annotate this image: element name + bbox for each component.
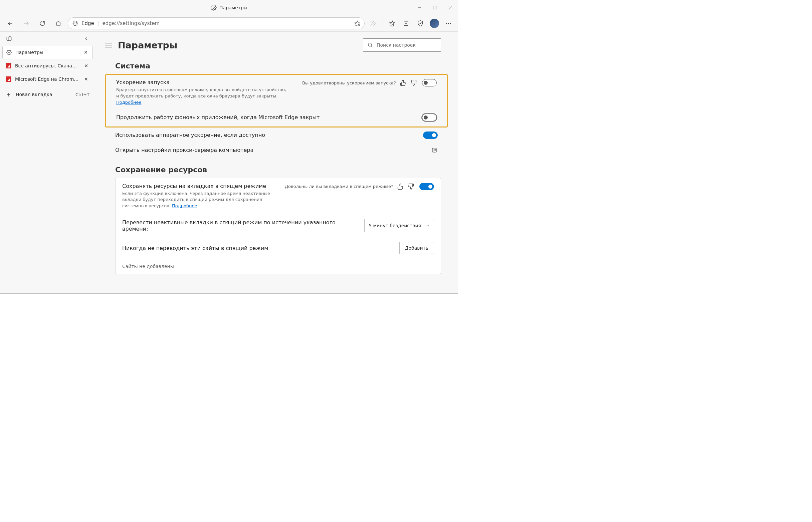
setting-title: Открыть настройки прокси-сервера компьют… — [115, 147, 427, 153]
titlebar: Параметры — [0, 0, 458, 15]
vertical-tabs-pane: Параметры ✕ ◢ Все антивирусы. Скачать бе… — [0, 32, 95, 294]
hamburger-icon[interactable] — [105, 43, 112, 47]
edge-icon — [72, 20, 78, 26]
svg-line-24 — [371, 46, 372, 47]
section-title-resources: Сохранение ресурсов — [115, 165, 458, 174]
empty-sites-text: Сайты не добавлены — [116, 259, 441, 274]
setting-title: Ускорение запуска — [116, 79, 297, 85]
home-button[interactable] — [52, 17, 65, 30]
new-tab-label: Новая вкладка — [16, 92, 72, 97]
tab-item[interactable]: ◢ Все антивирусы. Скачать беспл… ✕ — [2, 59, 93, 73]
toggle-background-apps[interactable] — [422, 114, 437, 121]
add-site-button[interactable]: Добавить — [399, 242, 434, 254]
toolbar-actions — [367, 17, 454, 29]
url-profile: Edge — [81, 20, 94, 26]
thumbs-down-icon[interactable] — [407, 183, 415, 190]
setting-row-sleep-after: Перевести неактивные вкладки в спящий ре… — [116, 214, 441, 237]
tab-item[interactable]: Параметры ✕ — [2, 46, 93, 59]
tab-label: Параметры — [15, 50, 79, 55]
feedback-group: Вы удовлетворены ускорением запуска? — [302, 79, 417, 86]
content-header: Параметры — [105, 38, 458, 52]
browser-toolbar: Edge | edge://settings/system — [0, 15, 458, 32]
tab-close-icon[interactable]: ✕ — [83, 63, 90, 68]
thumbs-up-icon[interactable] — [399, 79, 407, 86]
feedback-text: Довольны ли вы вкладками в спящем режиме… — [285, 184, 393, 189]
titlebar-title: Параметры — [211, 5, 247, 11]
tab-label: Microsoft Edge на Chromium – Н… — [15, 76, 79, 82]
setting-title: Никогда не переводить эти сайты в спящий… — [122, 245, 395, 251]
setting-row-startup-boost: Ускорение запуска Браузер запустится в ф… — [106, 75, 447, 110]
app-window: Параметры Edge | edge://settings/system — [0, 0, 458, 294]
close-button[interactable] — [442, 0, 458, 15]
address-bar[interactable]: Edge | edge://settings/system — [68, 17, 364, 29]
favicon: ◢ — [6, 63, 12, 69]
search-input[interactable] — [377, 42, 437, 48]
setting-title: Использовать аппаратное ускорение, если … — [115, 132, 418, 138]
select-value: 5 минут бездействия — [369, 223, 421, 228]
menu-button[interactable] — [442, 17, 454, 29]
url-text: edge://settings/system — [102, 20, 351, 26]
thumbs-up-icon[interactable] — [397, 183, 404, 190]
svg-rect-20 — [7, 37, 11, 41]
setting-title: Перевести неактивные вкладки в спящий ре… — [122, 219, 360, 232]
zoom-icon[interactable] — [367, 17, 379, 29]
collapse-tabs-icon[interactable] — [81, 34, 91, 43]
svg-point-23 — [368, 43, 372, 46]
setting-desc: Если эта функция включена, через заданно… — [122, 190, 280, 209]
back-button[interactable] — [4, 17, 17, 30]
svg-point-22 — [8, 52, 10, 53]
setting-row-never-sleep: Никогда не переводить эти сайты в спящий… — [116, 237, 441, 259]
chevron-down-icon — [426, 224, 430, 228]
highlighted-region: Ускорение запуска Браузер запустится в ф… — [105, 74, 448, 127]
tabs-layout-icon[interactable] — [4, 34, 14, 43]
refresh-button[interactable] — [36, 17, 49, 30]
settings-content: Параметры Система Ускорение запуска Брау… — [95, 32, 458, 294]
setting-title: Сохранять ресурсы на вкладках в спящем р… — [122, 183, 280, 189]
feedback-group: Довольны ли вы вкладками в спящем режиме… — [285, 183, 415, 190]
gear-icon — [211, 5, 217, 11]
setting-row-proxy[interactable]: Открыть настройки прокси-сервера компьют… — [105, 143, 458, 158]
learn-more-link[interactable]: Подробнее — [116, 100, 141, 105]
favorites-icon[interactable] — [386, 17, 398, 29]
collections-icon[interactable] — [400, 17, 412, 29]
profile-avatar[interactable] — [428, 17, 440, 29]
window-controls — [412, 0, 458, 15]
page-title: Параметры — [118, 40, 177, 51]
svg-rect-2 — [433, 6, 436, 9]
setting-title: Продолжить работу фоновых приложений, ко… — [116, 114, 417, 120]
learn-more-link[interactable]: Подробнее — [172, 203, 197, 208]
toggle-startup-boost[interactable] — [422, 79, 437, 86]
body: Параметры ✕ ◢ Все антивирусы. Скачать бе… — [0, 32, 458, 294]
new-tab-button[interactable]: + Новая вкладка Ctrl+T — [2, 88, 93, 101]
setting-row-background-apps: Продолжить работу фоновых приложений, ко… — [106, 110, 447, 125]
setting-desc: Браузер запустится в фоновом режиме, ког… — [116, 87, 286, 106]
sleep-timeout-select[interactable]: 5 минут бездействия — [364, 219, 434, 232]
new-tab-shortcut: Ctrl+T — [76, 92, 90, 97]
minimize-button[interactable] — [412, 0, 427, 15]
tab-label: Все антивирусы. Скачать беспл… — [15, 63, 79, 68]
gear-icon — [6, 49, 12, 55]
svg-point-19 — [450, 23, 451, 24]
section-title-system: Система — [115, 62, 458, 70]
favorite-star-icon[interactable] — [354, 20, 360, 26]
maximize-button[interactable] — [427, 0, 442, 15]
feedback-text: Вы удовлетворены ускорением запуска? — [302, 80, 396, 85]
shield-icon[interactable] — [414, 17, 427, 29]
plus-icon: + — [6, 92, 12, 98]
toggle-sleeping-tabs[interactable] — [419, 183, 434, 190]
tab-close-icon[interactable]: ✕ — [83, 76, 90, 82]
toolbar-divider — [383, 19, 383, 27]
svg-marker-12 — [390, 21, 395, 25]
window-title: Параметры — [219, 5, 247, 11]
favicon: ◢ — [6, 76, 12, 82]
thumbs-down-icon[interactable] — [410, 79, 417, 86]
tab-close-icon[interactable]: ✕ — [82, 50, 89, 55]
svg-point-17 — [446, 23, 447, 24]
toggle-hw-accel[interactable] — [423, 132, 438, 139]
tab-item[interactable]: ◢ Microsoft Edge на Chromium – Н… ✕ — [2, 73, 93, 86]
settings-search[interactable] — [363, 38, 441, 52]
tabs-header — [0, 32, 95, 46]
url-separator: | — [98, 21, 99, 26]
forward-button[interactable] — [20, 17, 33, 30]
svg-line-26 — [433, 149, 435, 151]
